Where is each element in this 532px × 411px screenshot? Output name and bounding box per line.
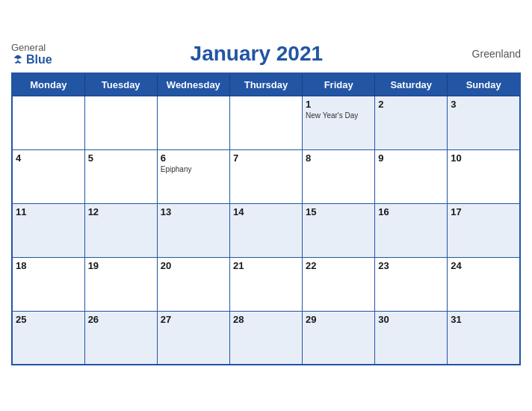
calendar-cell: 13	[157, 203, 229, 257]
day-number: 28	[233, 314, 299, 325]
calendar-cell: 12	[84, 203, 157, 257]
day-number: 6	[161, 152, 226, 164]
week-row-4: 18192021222324	[12, 257, 520, 311]
day-number: 31	[451, 314, 516, 325]
day-number: 17	[451, 206, 516, 217]
day-number: 22	[306, 260, 371, 271]
day-number: 26	[88, 314, 154, 325]
day-number: 8	[306, 152, 371, 164]
day-number: 7	[233, 152, 299, 164]
day-event: Epiphany	[161, 165, 226, 173]
calendar-cell: 17	[448, 203, 520, 257]
day-number: 2	[378, 99, 444, 110]
day-number: 24	[451, 260, 516, 271]
day-number: 5	[88, 152, 154, 164]
day-number: 19	[88, 260, 154, 271]
calendar-cell: 18	[12, 257, 84, 311]
calendar-table: MondayTuesdayWednesdayThursdayFridaySatu…	[11, 72, 521, 366]
day-number: 23	[378, 260, 444, 271]
calendar-cell: 1New Year's Day	[303, 96, 375, 149]
weekday-header-saturday: Saturday	[375, 73, 448, 96]
calendar-cell: 3	[448, 96, 520, 149]
calendar-cell: 10	[448, 149, 520, 203]
day-number: 12	[88, 206, 154, 217]
day-number: 13	[161, 206, 226, 217]
calendar-cell: 24	[448, 257, 520, 311]
logo-bird-icon	[11, 53, 25, 67]
weekday-header-monday: Monday	[12, 73, 84, 96]
calendar-cell: 28	[229, 311, 302, 365]
calendar-cell	[157, 96, 229, 149]
calendar-cell: 19	[84, 257, 157, 311]
day-number: 4	[16, 152, 81, 164]
day-number: 29	[306, 314, 371, 325]
calendar-cell: 2	[375, 96, 448, 149]
day-number: 9	[378, 152, 444, 164]
calendar-cell: 15	[303, 203, 375, 257]
calendar-cell: 22	[303, 257, 375, 311]
calendar-cell: 26	[84, 311, 157, 365]
calendar-cell: 7	[229, 149, 302, 203]
week-row-1: 1New Year's Day23	[12, 96, 520, 149]
weekday-header-tuesday: Tuesday	[84, 73, 157, 96]
calendar-cell	[12, 96, 84, 149]
calendar-region: Greenland	[461, 48, 521, 60]
logo-blue-text: Blue	[11, 53, 52, 67]
calendar-cell: 25	[12, 311, 84, 365]
calendar-cell: 20	[157, 257, 229, 311]
calendar-cell: 4	[12, 149, 84, 203]
day-number: 11	[16, 206, 81, 217]
weekday-header-row: MondayTuesdayWednesdayThursdayFridaySatu…	[12, 73, 520, 96]
calendar-cell	[84, 96, 157, 149]
calendar-cell: 16	[375, 203, 448, 257]
calendar-cell: 23	[375, 257, 448, 311]
day-number: 25	[16, 314, 81, 325]
calendar-cell: 30	[375, 311, 448, 365]
day-event: New Year's Day	[306, 111, 371, 120]
day-number: 21	[233, 260, 299, 271]
calendar-cell: 11	[12, 203, 84, 257]
calendar-cell	[229, 96, 302, 149]
day-number: 15	[306, 206, 371, 217]
day-number: 14	[233, 206, 299, 217]
calendar-cell: 29	[303, 311, 375, 365]
week-row-5: 25262728293031	[12, 311, 520, 365]
calendar-cell: 9	[375, 149, 448, 203]
calendar-cell: 8	[303, 149, 375, 203]
logo: General Blue	[11, 42, 52, 67]
weekday-header-sunday: Sunday	[448, 73, 520, 96]
calendar-title: January 2021	[52, 42, 461, 66]
weekday-header-wednesday: Wednesday	[157, 73, 229, 96]
logo-general-text: General	[11, 42, 46, 53]
day-number: 16	[378, 206, 444, 217]
calendar-cell: 31	[448, 311, 520, 365]
calendar-cell: 6Epiphany	[157, 149, 229, 203]
calendar-header: General Blue January 2021 Greenland	[11, 42, 521, 67]
calendar-cell: 5	[84, 149, 157, 203]
calendar-cell: 27	[157, 311, 229, 365]
day-number: 3	[451, 99, 516, 110]
weekday-header-thursday: Thursday	[229, 73, 302, 96]
day-number: 1	[306, 99, 371, 110]
calendar-cell: 21	[229, 257, 302, 311]
day-number: 30	[378, 314, 444, 325]
calendar-cell: 14	[229, 203, 302, 257]
calendar-wrapper: General Blue January 2021 Greenland Mond…	[0, 34, 532, 377]
week-row-3: 11121314151617	[12, 203, 520, 257]
day-number: 20	[161, 260, 226, 271]
weekday-header-friday: Friday	[303, 73, 375, 96]
day-number: 10	[451, 152, 516, 164]
day-number: 18	[16, 260, 81, 271]
week-row-2: 456Epiphany78910	[12, 149, 520, 203]
day-number: 27	[161, 314, 226, 325]
